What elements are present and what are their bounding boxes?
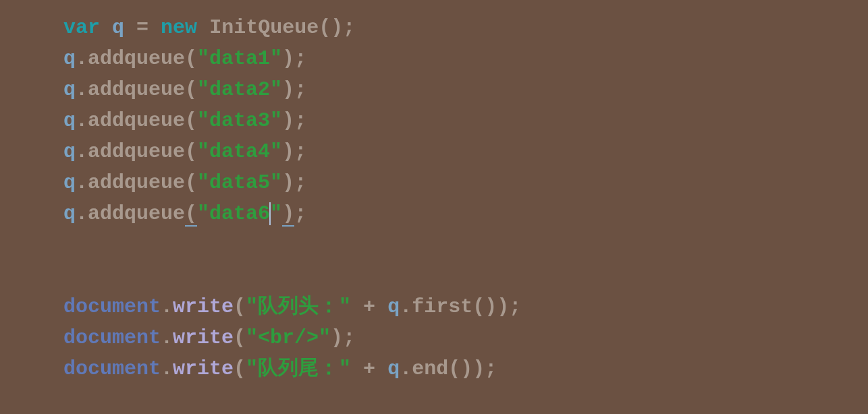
string-literal: "队列尾：" [246,357,351,380]
code-line-6: q.addqueue("data5"); [63,167,868,198]
code-line-7: q.addqueue("data6"); [63,198,868,229]
document-object: document [63,357,161,380]
constructor-name: InitQueue [209,16,319,39]
code-line-1: var q = new InitQueue(); [63,12,868,43]
code-line-3: q.addqueue("data2"); [63,74,868,105]
string-literal: "data2" [197,78,282,101]
blank-line [63,229,868,260]
code-line-2: q.addqueue("data1"); [63,43,868,74]
matched-paren: ( [185,202,197,227]
string-literal: "队列头：" [246,295,351,318]
write-method: write [173,295,234,318]
blank-line [63,260,868,291]
write-method: write [173,326,234,349]
document-object: document [63,326,161,349]
document-object: document [63,295,161,318]
string-literal: "data6 [197,202,270,225]
code-line-10: document.write("队列头：" + q.first()); [63,291,868,322]
variable-q: q [112,16,124,39]
matched-paren: ) [282,202,294,227]
keyword-var: var [63,16,100,39]
code-line-5: q.addqueue("data4"); [63,136,868,167]
string-literal: "<br/>" [246,326,331,349]
string-literal: "data3" [197,109,282,132]
code-line-12: document.write("队列尾：" + q.end()); [63,353,868,384]
string-literal: "data1" [197,47,282,70]
string-literal: "data4" [197,140,282,163]
code-editor[interactable]: var q = new InitQueue(); q.addqueue("dat… [63,12,868,384]
string-literal: "data5" [197,171,282,194]
operator-eq: = [136,16,148,39]
write-method: write [173,357,234,380]
code-line-4: q.addqueue("data3"); [63,105,868,136]
keyword-new: new [161,16,197,39]
code-line-11: document.write("<br/>"); [63,322,868,353]
